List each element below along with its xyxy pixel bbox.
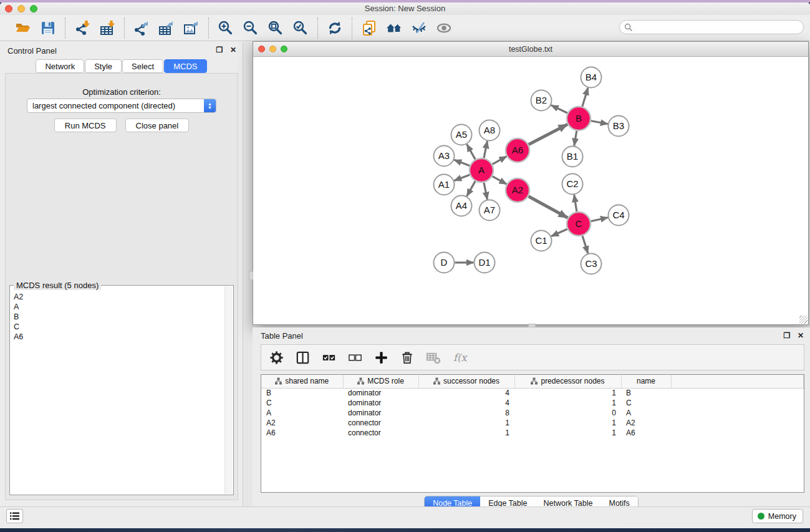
cell-successor-nodes[interactable]: 4	[418, 398, 514, 408]
network-close-button[interactable]	[258, 46, 265, 52]
table-row[interactable]: A2connector11A2	[261, 418, 804, 428]
apply-layout-button[interactable]	[325, 19, 344, 37]
edge-B-B4[interactable]	[582, 88, 588, 107]
float-table-panel-icon[interactable]: ❐	[783, 331, 791, 340]
edge-B-B2[interactable]	[551, 105, 567, 114]
tab-mcds[interactable]: MCDS	[164, 59, 206, 73]
node-C[interactable]: C	[567, 212, 591, 236]
node-D1[interactable]: D1	[475, 253, 495, 273]
show-graphics-details-button[interactable]	[435, 19, 453, 37]
resize-grip[interactable]	[799, 316, 808, 324]
export-network-button[interactable]	[132, 19, 151, 37]
clone-network-button[interactable]	[360, 19, 378, 37]
table-row[interactable]: A6connector11A6	[261, 428, 804, 438]
edge-A-A7[interactable]	[484, 183, 488, 200]
column-header-shared-name[interactable]: shared name	[261, 375, 343, 388]
node-A6[interactable]: A6	[506, 138, 529, 162]
close-window-button[interactable]	[5, 5, 12, 12]
cell-MCDS-role[interactable]: connector	[343, 418, 418, 428]
cell-successor-nodes[interactable]: 1	[418, 428, 514, 438]
edge-C-C1[interactable]	[551, 229, 567, 236]
node-C1[interactable]: C1	[531, 231, 552, 251]
network-zoom-button[interactable]	[281, 46, 287, 52]
cell-name[interactable]: A	[621, 408, 671, 418]
column-header-name[interactable]: name	[621, 375, 671, 388]
cell-name[interactable]: A2	[621, 418, 671, 428]
unselect-all-columns-button[interactable]	[346, 349, 364, 366]
edge-A-A1[interactable]	[454, 175, 470, 181]
close-table-panel-icon[interactable]: ✕	[796, 331, 805, 340]
edge-A6-B[interactable]	[529, 124, 568, 145]
edge-A2-C[interactable]	[529, 196, 568, 218]
tab-select[interactable]: Select	[122, 59, 163, 73]
float-panel-icon[interactable]: ❐	[215, 46, 224, 54]
edge-C-C2[interactable]	[574, 195, 577, 211]
edge-A-A2[interactable]	[493, 177, 507, 185]
cell-successor-nodes[interactable]: 4	[418, 388, 514, 398]
cell-predecessor-nodes[interactable]: 1	[514, 418, 621, 428]
task-history-button[interactable]	[6, 509, 23, 523]
edge-B-B1[interactable]	[574, 131, 577, 146]
node-C2[interactable]: C2	[562, 174, 583, 195]
edge-A-A8[interactable]	[484, 141, 488, 158]
mcds-result-item[interactable]: A	[14, 302, 233, 312]
cell-successor-nodes[interactable]: 8	[418, 408, 514, 418]
cell-name[interactable]: B	[621, 388, 671, 398]
node-A3[interactable]: A3	[434, 146, 455, 167]
node-A7[interactable]: A7	[480, 200, 500, 221]
cell-name[interactable]: A6	[621, 428, 671, 438]
hide-graphics-details-button[interactable]	[410, 19, 428, 37]
tab-style[interactable]: Style	[85, 59, 122, 73]
run-mcds-button[interactable]: Run MCDS	[54, 118, 117, 132]
zoom-out-button[interactable]	[241, 19, 260, 37]
result-scrollbar[interactable]	[224, 286, 233, 494]
edge-A-A4[interactable]	[467, 181, 476, 196]
cell-shared-name[interactable]: B	[261, 388, 343, 398]
node-D[interactable]: D	[434, 253, 455, 273]
column-header-predecessor-nodes[interactable]: predecessor nodes	[514, 375, 621, 388]
delete-columns-button[interactable]	[398, 349, 416, 366]
zoom-fit-button[interactable]	[266, 19, 285, 37]
cell-MCDS-role[interactable]: dominator	[343, 408, 418, 418]
edge-C-C3[interactable]	[582, 236, 588, 253]
node-A[interactable]: A	[470, 158, 493, 182]
cell-MCDS-role[interactable]: dominator	[343, 388, 418, 398]
network-vertical-scrollbar[interactable]	[249, 271, 253, 280]
node-C3[interactable]: C3	[581, 254, 602, 274]
save-session-button[interactable]	[39, 19, 57, 37]
zoom-window-button[interactable]	[30, 5, 37, 12]
zoom-in-button[interactable]	[216, 19, 235, 37]
network-window-titlebar[interactable]: testGlobe.txt	[253, 42, 808, 57]
cell-MCDS-role[interactable]: dominator	[343, 398, 418, 408]
search-input[interactable]	[633, 23, 789, 32]
cell-name[interactable]: C	[621, 398, 671, 408]
mcds-result-item[interactable]: A2	[14, 292, 233, 302]
cell-predecessor-nodes[interactable]: 1	[514, 428, 621, 438]
cell-shared-name[interactable]: A	[261, 408, 343, 418]
node-B1[interactable]: B1	[562, 147, 583, 167]
cell-shared-name[interactable]: A6	[261, 428, 343, 438]
import-table-button[interactable]	[98, 19, 117, 37]
edge-A-A5[interactable]	[467, 144, 476, 159]
open-session-button[interactable]	[14, 19, 32, 37]
mcds-result-item[interactable]: B	[14, 312, 233, 322]
node-A4[interactable]: A4	[451, 196, 472, 216]
edge-A-A6[interactable]	[493, 157, 507, 165]
close-panel-button[interactable]: Close panel	[125, 118, 190, 132]
node-C4[interactable]: C4	[609, 205, 629, 226]
node-B3[interactable]: B3	[609, 116, 629, 137]
import-network-button[interactable]	[73, 19, 92, 37]
node-A5[interactable]: A5	[451, 125, 472, 145]
select-all-columns-button[interactable]	[320, 349, 337, 366]
close-panel-icon[interactable]: ✕	[229, 46, 238, 54]
network-minimize-button[interactable]	[269, 46, 276, 52]
node-B[interactable]: B	[567, 107, 591, 130]
main-titlebar[interactable]: Session: New Session	[0, 2, 810, 15]
node-A8[interactable]: A8	[480, 120, 500, 141]
table-row[interactable]: Cdominator41C	[261, 398, 804, 408]
column-header-successor-nodes[interactable]: successor nodes	[418, 375, 514, 388]
column-header-MCDS-role[interactable]: MCDS role	[343, 375, 418, 388]
cell-shared-name[interactable]: A2	[261, 418, 343, 428]
table-settings-button[interactable]	[268, 349, 285, 366]
cell-shared-name[interactable]: C	[261, 398, 343, 408]
